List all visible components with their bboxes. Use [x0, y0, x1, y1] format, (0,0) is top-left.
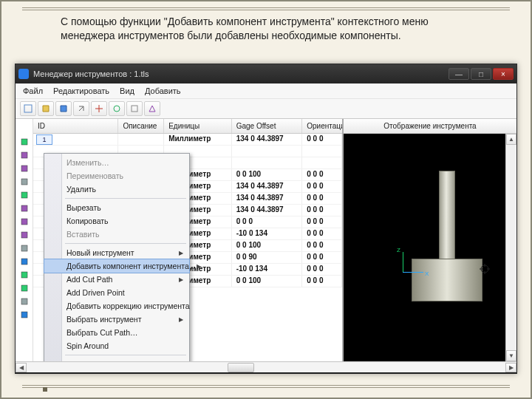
context-item: Изменить… [44, 156, 189, 169]
toolbar-button-8[interactable] [144, 101, 160, 116]
tree-node-icon[interactable] [21, 191, 28, 200]
context-item[interactable]: Add Cut Path▶ [44, 273, 189, 286]
cell-ori: 0 0 0 [302, 252, 342, 263]
toolbar-button-5[interactable] [91, 101, 107, 116]
tree-node-icon[interactable] [21, 284, 28, 293]
tree-node-icon[interactable] [21, 165, 28, 174]
tree-node-icon[interactable] [21, 258, 28, 267]
cell-gage [232, 157, 303, 168]
submenu-arrow-icon: ▶ [179, 316, 183, 323]
maximize-button[interactable]: □ [471, 68, 491, 80]
context-item-label: Переименовать [66, 171, 123, 180]
svg-rect-14 [21, 285, 27, 291]
context-item[interactable]: Выбрать Cut Path… [44, 326, 189, 339]
tree-node-icon[interactable] [21, 245, 28, 253]
hscroll-thumb[interactable] [228, 363, 254, 372]
hscroll-track[interactable] [27, 363, 505, 372]
context-item[interactable]: Копировать [44, 214, 189, 228]
hscroll[interactable]: ◀ ▶ [16, 361, 516, 372]
menu-view[interactable]: Вид [120, 86, 134, 95]
cell-ori: 0 0 0 [302, 181, 342, 192]
axis-z-line [403, 252, 403, 273]
col-unit[interactable]: Единицы [164, 119, 232, 133]
toolbar-button-4[interactable] [73, 101, 89, 116]
axis-triad: X Z [403, 246, 429, 273]
toolbar-button-6[interactable] [109, 101, 125, 116]
cell-gage: 134 0 44.3897 [232, 193, 303, 204]
tree-node-icon[interactable] [21, 311, 28, 320]
titlebar[interactable]: Менеджер инструментов : 1.tls — □ × [16, 64, 516, 83]
context-menu: Изменить…ПереименоватьУдалитьВырезатьКоп… [44, 153, 190, 361]
context-item[interactable]: Новый инструмент▶ [44, 246, 189, 259]
bottom-rule [22, 385, 510, 386]
tool-3d-model [439, 171, 482, 301]
col-id[interactable]: ID [33, 119, 118, 133]
tree-node-icon[interactable] [21, 151, 28, 160]
svg-rect-5 [21, 166, 27, 171]
toolbar-button-3[interactable] [55, 101, 72, 116]
tree-node-icon[interactable] [21, 231, 28, 240]
viewport-3d[interactable]: Отображение инструмента X Z ▲ ▼ [344, 119, 516, 361]
axis-x-line [403, 272, 423, 273]
submenu-arrow-icon: ▶ [179, 250, 183, 256]
context-item-label: Add Driven Point [66, 288, 125, 297]
window-title: Менеджер инструментов : 1.tls [33, 69, 449, 78]
context-item-label: Выбрать Cut Path… [66, 328, 138, 337]
context-item[interactable]: Add Driven Point [44, 286, 189, 299]
tree-node-icon[interactable] [21, 138, 28, 147]
cell-ori: 0 0 0 [302, 276, 342, 287]
top-rule-2 [22, 10, 510, 10]
toolbar [16, 98, 516, 118]
context-item[interactable]: Вырезать [44, 201, 189, 214]
svg-rect-0 [24, 105, 32, 112]
svg-rect-6 [21, 179, 27, 185]
svg-point-1 [114, 106, 120, 112]
context-item[interactable]: Добавить компонент инструмента…▶ [44, 259, 189, 273]
context-item[interactable]: Добавить коррекцию инструмента [44, 299, 189, 313]
toolbar-button-7[interactable] [126, 101, 143, 116]
context-item-label: Add Cut Path [66, 275, 112, 284]
cell-ori: 0 0 0 [302, 240, 342, 251]
tree-node-icon[interactable] [21, 178, 28, 187]
context-item[interactable]: Spin Around [44, 339, 189, 352]
context-item[interactable]: Удалить [44, 183, 189, 196]
cell-gage: 134 0 44.3897 [232, 134, 303, 145]
minimize-button[interactable]: — [449, 68, 469, 80]
submenu-arrow-icon: ▶ [179, 276, 183, 283]
toolbar-button-1[interactable] [20, 101, 36, 116]
close-button[interactable]: × [493, 68, 514, 80]
col-ori[interactable]: Ориентация [302, 119, 342, 133]
context-separator [65, 355, 186, 355]
menu-add[interactable]: Добавить [145, 86, 181, 95]
vscroll-down[interactable]: ▼ [506, 350, 516, 361]
tree-node-icon[interactable] [21, 218, 28, 227]
app-body: ID Описание Единицы Gage Offset Ориентац… [16, 119, 516, 361]
context-separator [65, 243, 186, 244]
viewport-vscroll[interactable]: ▲ ▼ [505, 134, 516, 361]
context-item-label: Изменить… [66, 158, 109, 167]
context-item-label: Spin Around [66, 341, 109, 350]
tree-node-icon[interactable] [21, 298, 28, 307]
col-desc[interactable]: Описание [118, 119, 164, 133]
context-item[interactable]: Выбрать инструмент▶ [44, 313, 189, 326]
hscroll-right[interactable]: ▶ [505, 363, 516, 372]
tree-node-icon[interactable] [21, 271, 28, 280]
context-item[interactable]: Раскрыть все [44, 358, 189, 361]
slide: С помощью функции "Добавить компонент ин… [0, 0, 532, 399]
hscroll-left[interactable]: ◀ [16, 363, 27, 372]
tree-node-icon[interactable] [21, 205, 28, 214]
menu-edit[interactable]: Редактировать [53, 86, 109, 95]
toolbar-button-2[interactable] [38, 101, 54, 116]
app-icon [18, 69, 29, 79]
id-edit-box[interactable]: 1 [36, 134, 52, 145]
col-gage[interactable]: Gage Offset [232, 119, 303, 133]
vscroll-up[interactable]: ▲ [506, 134, 516, 145]
context-item-label: Добавить коррекцию инструмента [66, 301, 190, 310]
menu-file[interactable]: Файл [23, 86, 43, 95]
app-chrome: Файл Редактировать Вид Добавить [16, 83, 516, 119]
table-row[interactable]: Миллиметр134 0 44.38970 0 0 [33, 134, 342, 146]
cell-ori: 0 0 0 [302, 169, 342, 180]
cell-gage: 0 0 0 [232, 216, 303, 228]
tree-column [16, 119, 33, 361]
window-buttons: — □ × [449, 68, 514, 80]
